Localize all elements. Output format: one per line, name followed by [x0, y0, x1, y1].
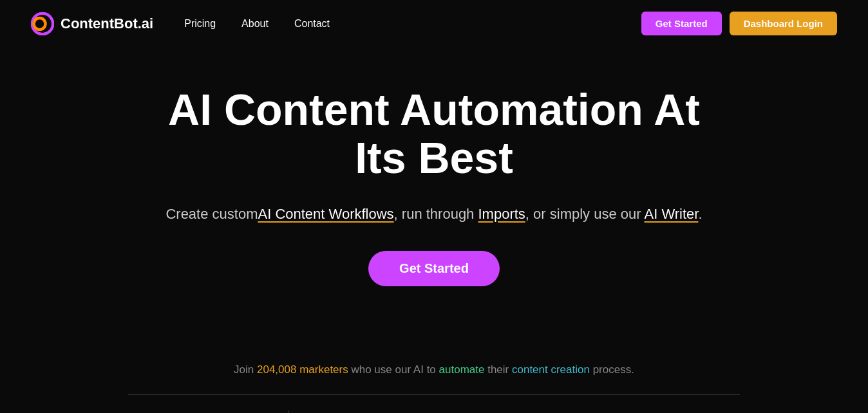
sp-text-4: process. [590, 363, 634, 376]
nav-item-pricing[interactable]: Pricing [184, 18, 216, 30]
nav-link-contact[interactable]: Contact [294, 18, 330, 29]
sp-count: 204,008 marketers [257, 363, 348, 376]
svg-point-1 [34, 18, 46, 30]
subtitle-text-4: . [698, 206, 702, 222]
subtitle-link-workflows[interactable]: AI Content Workflows [258, 206, 393, 222]
get-started-nav-button[interactable]: Get Started [641, 12, 722, 35]
nav-left: ContentBot.ai Pricing About Contact [31, 12, 330, 35]
hero-section: AI Content Automation At Its Best Create… [0, 47, 868, 363]
nav-right: Get Started Dashboard Login [641, 12, 837, 35]
subtitle-text-1: Create custom [165, 206, 258, 222]
sp-text-1: Join [234, 363, 257, 376]
dashboard-login-button[interactable]: Dashboard Login [730, 12, 837, 35]
hero-subtitle: Create customAI Content Workflows, run t… [165, 203, 702, 225]
logos-bar: Penguin Random streamlabs [128, 394, 740, 413]
nav-links: Pricing About Contact [184, 18, 330, 30]
subtitle-link-aiwriter[interactable]: AI Writer [644, 206, 698, 222]
social-proof-text: Join 204,008 marketers who use our AI to… [234, 363, 634, 376]
logo-divider-1 [288, 410, 288, 413]
navbar: ContentBot.ai Pricing About Contact Get … [0, 0, 868, 47]
subtitle-text-2: , run through [394, 206, 478, 222]
logo-icon [31, 12, 54, 35]
logo-text: ContentBot.ai [61, 15, 153, 32]
sp-text-2: who use our AI to [348, 363, 439, 376]
get-started-hero-button[interactable]: Get Started [368, 251, 500, 286]
sp-text-3: their [484, 363, 512, 376]
nav-item-contact[interactable]: Contact [294, 18, 330, 30]
hero-title: AI Content Automation At Its Best [144, 86, 724, 182]
logo[interactable]: ContentBot.ai [31, 12, 153, 35]
subtitle-text-3: , or simply use our [525, 206, 645, 222]
nav-link-pricing[interactable]: Pricing [184, 18, 216, 29]
subtitle-link-imports[interactable]: Imports [478, 206, 525, 222]
social-proof-section: Join 204,008 marketers who use our AI to… [0, 363, 868, 413]
sp-content-creation: content creation [512, 363, 590, 376]
sp-automate: automate [439, 363, 485, 376]
nav-link-about[interactable]: About [241, 18, 269, 29]
nav-item-about[interactable]: About [241, 18, 269, 30]
